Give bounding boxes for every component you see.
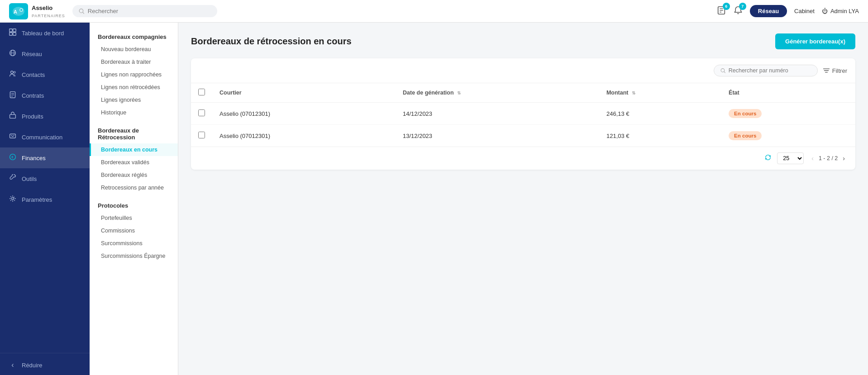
reseau-button[interactable]: Réseau [750,5,787,17]
notifications-badge: 7 [739,3,746,10]
th-courtier: Courtier [212,83,396,103]
refresh-button[interactable] [764,154,772,163]
table-body: Asselio (07012301) 14/12/2023 246,13 € E… [191,103,855,147]
svg-rect-24 [10,134,16,138]
contrats-icon [8,91,17,100]
row-checkbox[interactable] [198,132,205,138]
retrocession-table: Courtier Date de génération ⇅ Montant ⇅ … [191,83,855,147]
communication-icon [8,133,17,142]
sidebar-item-contacts[interactable]: Contacts [0,64,90,85]
svg-rect-10 [10,29,12,32]
page-title: Bordereaux de rétrocession en cours [191,36,352,47]
svg-rect-23 [10,114,16,118]
topbar-right: 6 7 Réseau Cabinet ⏻ Admin LYA [716,5,859,17]
sort-icon-date: ⇅ [457,90,461,95]
parametres-icon [8,195,17,204]
th-date-generation[interactable]: Date de génération ⇅ [396,83,599,103]
notifications-icon-button[interactable]: 7 [734,5,743,17]
sidebar-bottom: ‹ Réduire [0,351,90,375]
sidebar-item-communication[interactable]: Communication [0,127,90,147]
row-montant: 246,13 € [599,103,721,125]
body-wrap: Tableau de bordRéseauContactsContratsPro… [0,23,868,375]
sidebar-item-contrats[interactable]: Contrats [0,85,90,106]
row-checkbox[interactable] [198,109,205,116]
row-checkbox-cell [191,125,212,147]
select-all-checkbox[interactable] [198,89,205,95]
sec-item-lignes-ignorees[interactable]: Lignes ignorées [90,94,178,106]
sidebar-divider [0,353,90,353]
svg-point-27 [12,198,14,200]
refresh-icon [764,154,772,161]
sec-item-historique[interactable]: Historique [90,106,178,119]
sec-spacer [90,262,178,267]
left-sidebar: Tableau de bordRéseauContactsContratsPro… [0,23,90,375]
global-search-input[interactable] [88,8,211,14]
th-checkbox [191,83,212,103]
cabinet-button[interactable]: Cabinet [794,8,815,14]
row-montant: 121,03 € [599,125,721,147]
svg-rect-11 [13,29,16,32]
sec-item-bordereaux-a-traiter[interactable]: Bordereaux à traiter [90,56,178,68]
sort-icon-montant: ⇅ [632,90,635,95]
sec-spacer [90,194,178,199]
sec-item-nouveau-bordereau[interactable]: Nouveau bordereau [90,43,178,56]
sidebar-item-tableau-de-bord[interactable]: Tableau de bord [0,23,90,43]
table-search-icon [720,68,725,73]
sidebar-item-reduire[interactable]: ‹ Réduire [0,355,90,375]
sidebar-item-finances[interactable]: €Finances [0,147,90,168]
chevron-left-icon: ‹ [8,361,17,369]
sec-item-surcommissions-epargne[interactable]: Surcommissions Épargne [90,250,178,262]
produits-icon [8,112,17,121]
row-etat: En cours [721,125,855,147]
table-toolbar: Filtrer [191,58,855,83]
sec-section-title-bordereaux-compagnies: Bordereaux compagnies [90,30,178,43]
sidebar-item-label: Outils [22,176,37,182]
finances-icon: € [8,153,17,162]
sec-item-lignes-non-retrocedees[interactable]: Lignes non rétrocédées [90,81,178,94]
search-icon [79,8,84,14]
sidebar-item-label: Paramètres [22,196,52,203]
filter-button[interactable]: Filtrer [823,67,847,74]
svg-line-5 [82,12,84,14]
sec-item-retrocessions-par-annee[interactable]: Retrocessions par année [90,181,178,194]
svg-line-29 [724,71,725,73]
row-date-generation: 14/12/2023 [396,103,599,125]
prev-page-button[interactable]: ‹ [809,154,816,163]
table-search-input[interactable] [729,67,811,74]
svg-text:€: € [12,155,14,159]
row-courtier: Asselio (07012301) [212,125,396,147]
sidebar-item-label: Finances [22,155,46,161]
sidebar-item-label: Réseau [22,51,42,57]
sec-item-commissions[interactable]: Commissions [90,224,178,237]
sec-item-lignes-non-rapprochees[interactable]: Lignes non rapprochées [90,68,178,81]
tasks-icon-button[interactable]: 6 [716,5,726,17]
svg-point-17 [11,71,14,74]
sidebar-item-outils[interactable]: Outils [0,168,90,189]
th-montant[interactable]: Montant ⇅ [599,83,721,103]
th-etat: État [721,83,855,103]
sec-item-bordereaux-en-cours[interactable]: Bordereaux en cours [90,143,178,156]
sec-spacer [90,119,178,123]
sec-item-bordereaux-valides[interactable]: Bordereaux validés [90,156,178,169]
tasks-badge: 6 [723,3,730,10]
sidebar-item-label: Communication [22,134,62,141]
row-date-generation: 13/12/2023 [396,125,599,147]
secondary-sidebar: Bordereaux compagniesNouveau bordereauBo… [90,23,178,375]
global-search-bar[interactable] [72,5,217,17]
pagination-info: ‹ 1 - 2 / 2 › [809,154,847,163]
sec-item-surcommissions[interactable]: Surcommissions [90,237,178,250]
sidebar-item-produits[interactable]: Produits [0,106,90,127]
main-content: Bordereaux de rétrocession en cours Géné… [178,23,868,375]
outils-icon [8,174,17,183]
per-page-select[interactable]: 102550100 [777,152,804,164]
next-page-button[interactable]: › [840,154,847,163]
sec-item-bordereaux-reglees[interactable]: Bordereaux réglés [90,169,178,181]
sidebar-item-parametres[interactable]: Paramètres [0,189,90,210]
sec-section-title-protocoles: Protocoles [90,199,178,212]
table-search-bar[interactable] [714,65,818,76]
sec-item-portefeuilles[interactable]: Portefeuilles [90,212,178,224]
sidebar-item-reseau[interactable]: Réseau [0,43,90,64]
table-row: Asselio (07012301) 14/12/2023 246,13 € E… [191,103,855,125]
reseau-icon [8,49,17,58]
generate-bordereau-button[interactable]: Générer bordereau(x) [775,33,855,49]
